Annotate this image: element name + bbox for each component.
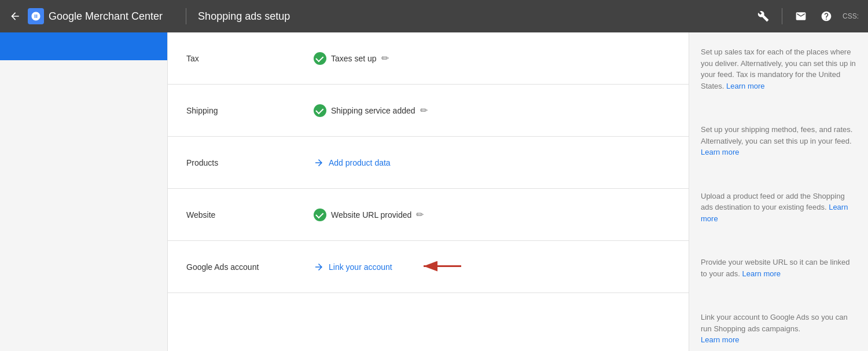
tax-label: Tax [186, 54, 314, 63]
app-logo: Google Merchant Center [28, 8, 163, 24]
red-arrow-annotation [418, 254, 464, 279]
google-ads-arrow-icon [314, 262, 324, 272]
shipping-label: Shipping [186, 106, 314, 115]
back-button[interactable] [9, 10, 21, 22]
wrench-icon-button[interactable] [752, 5, 775, 28]
header-divider [186, 8, 186, 24]
google-ads-link-text: Link your account [329, 262, 392, 272]
tax-row: Tax Taxes set up ✏ [168, 32, 689, 85]
shipping-row: Shipping Shipping service added ✏ [168, 85, 689, 137]
shipping-description-block: Set up your shipping method, fees, and r… [701, 119, 856, 158]
css-label: CSS: [843, 12, 859, 20]
website-description: Provide your website URL so it can be li… [701, 257, 856, 279]
website-status-text: Website URL provided [331, 210, 411, 220]
google-ads-description: Link your account to Google Ads so you c… [701, 312, 856, 346]
tax-check-icon [314, 52, 326, 65]
website-description-block: Provide your website URL so it can be li… [701, 252, 856, 279]
sidebar [0, 32, 168, 351]
tax-status: Taxes set up ✏ [314, 52, 670, 65]
app-name: Google Merchant Center [49, 10, 163, 23]
shipping-learn-more-link[interactable]: Learn more [701, 148, 739, 156]
products-row: Products Add product data [168, 137, 689, 189]
website-status: Website URL provided ✏ [314, 209, 670, 221]
products-description: Upload a product feed or add the Shoppin… [701, 191, 856, 225]
website-check-icon [314, 209, 326, 221]
website-label: Website [186, 210, 314, 220]
shipping-status-text: Shipping service added [331, 106, 415, 115]
website-complete-status: Website URL provided ✏ [314, 209, 424, 221]
products-description-block: Upload a product feed or add the Shoppin… [701, 186, 856, 225]
google-ads-row: Google Ads account Link your account [168, 241, 689, 293]
products-link-text: Add product data [329, 158, 391, 167]
website-edit-icon[interactable]: ✏ [416, 209, 424, 220]
tax-status-text: Taxes set up [331, 54, 377, 63]
add-product-data-link[interactable]: Add product data [314, 158, 391, 168]
logo-icon [28, 8, 44, 24]
shipping-description: Set up your shipping method, fees, and r… [701, 124, 856, 158]
products-label: Products [186, 158, 314, 167]
shipping-complete-status: Shipping service added ✏ [314, 104, 428, 117]
products-arrow-icon [314, 158, 324, 168]
main-layout: Tax Taxes set up ✏ Shipping Shipping ser… [0, 32, 868, 351]
tax-learn-more-link[interactable]: Learn more [726, 82, 764, 90]
google-ads-learn-more-link[interactable]: Learn more [701, 335, 739, 344]
header: Google Merchant Center Shopping ads setu… [0, 0, 868, 32]
mail-icon-button[interactable] [789, 5, 812, 28]
google-ads-description-block: Link your account to Google Ads so you c… [701, 307, 856, 346]
sidebar-blue-bar [0, 32, 167, 60]
help-icon-button[interactable] [815, 5, 838, 28]
tax-complete-status: Taxes set up ✏ [314, 52, 389, 65]
products-status: Add product data [314, 158, 670, 168]
google-ads-status: Link your account [314, 262, 670, 272]
website-row: Website Website URL provided ✏ [168, 189, 689, 241]
shipping-edit-icon[interactable]: ✏ [420, 105, 428, 116]
right-panel: Set up sales tax for each of the places … [689, 32, 868, 351]
website-learn-more-link[interactable]: Learn more [742, 269, 781, 278]
google-ads-label: Google Ads account [186, 262, 314, 272]
tax-description-block: Set up sales tax for each of the places … [701, 42, 856, 92]
main-content: Tax Taxes set up ✏ Shipping Shipping ser… [168, 32, 689, 351]
tax-edit-icon[interactable]: ✏ [381, 53, 389, 64]
shipping-status: Shipping service added ✏ [314, 104, 670, 117]
link-account-link[interactable]: Link your account [314, 262, 392, 272]
header-vertical-divider [782, 8, 782, 24]
tax-description: Set up sales tax for each of the places … [701, 46, 856, 92]
shipping-check-icon [314, 104, 326, 117]
header-icons: CSS: [752, 5, 859, 28]
page-title: Shopping ads setup [198, 10, 752, 23]
